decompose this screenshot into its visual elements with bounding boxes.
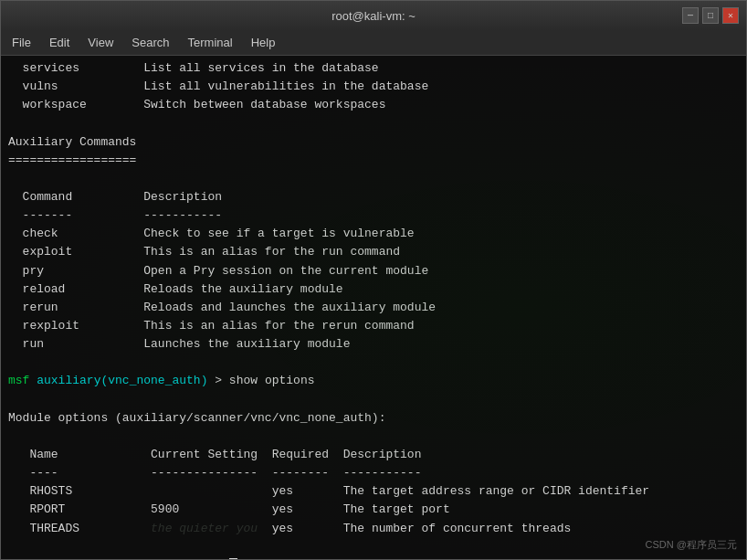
line-rhosts: RHOSTS yes The target address range or C…: [8, 482, 739, 501]
watermark-overlay: the quieter you: [151, 522, 258, 535]
window-controls: ─ □ ✕: [682, 7, 739, 24]
terminal-cursor: [229, 558, 237, 559]
line-blank1: [8, 114, 739, 132]
title-bar: root@kali-vm: ~ ─ □ ✕: [1, 1, 746, 30]
line-services: services List all services in the databa…: [8, 59, 739, 78]
terminal-window: root@kali-vm: ~ ─ □ ✕ File Edit View Sea…: [0, 0, 747, 560]
close-button[interactable]: ✕: [722, 7, 739, 24]
line-exploit: exploit This is an alias for the run com…: [8, 243, 739, 261]
line-blank6: [8, 538, 739, 556]
prompt-msf: msf: [8, 374, 29, 387]
line-blank5: [8, 428, 739, 446]
maximize-button[interactable]: □: [702, 7, 719, 24]
line-module-options: Module options (auxiliary/scanner/vnc/vn…: [8, 409, 739, 428]
line-blank4: [8, 391, 739, 409]
line-table-header: Name Current Setting Required Descriptio…: [8, 446, 739, 464]
menu-terminal[interactable]: Terminal: [181, 34, 240, 51]
line-prompt2: msf auxiliary(vnc_none_auth) >: [8, 556, 739, 559]
line-rexploit: rexploit This is an alias for the rerun …: [8, 317, 739, 335]
menu-view[interactable]: View: [80, 34, 121, 51]
line-prompt1: msf auxiliary(vnc_none_auth) > show opti…: [8, 372, 739, 390]
prompt2-auxiliary: auxiliary: [37, 558, 100, 559]
line-pry: pry Open a Pry session on the current mo…: [8, 262, 739, 280]
csdn-watermark: CSDN @程序员三元: [646, 538, 737, 552]
line-rport: RPORT 5900 yes The target port: [8, 501, 739, 519]
line-workspace: workspace Switch between database worksp…: [8, 96, 739, 114]
prompt2-arrow: >: [207, 558, 228, 559]
line-threads: THREADS the quieter you yes The number o…: [8, 520, 739, 538]
line-check: check Check to see if a target is vulner…: [8, 225, 739, 243]
line-aux-heading: Auxiliary Commands: [8, 133, 739, 152]
menu-bar: File Edit View Search Terminal Help: [1, 30, 746, 56]
line-run: run Launches the auxiliary module: [8, 335, 739, 354]
prompt-module: (vnc_none_auth): [100, 374, 207, 387]
menu-file[interactable]: File: [5, 34, 38, 51]
terminal-body[interactable]: services List all services in the databa…: [1, 56, 746, 559]
line-col-sep: ------- -----------: [8, 206, 739, 225]
menu-edit[interactable]: Edit: [42, 34, 77, 51]
line-reload: reload Reloads the auxiliary module: [8, 280, 739, 299]
line-vulns: vulns List all vulnerabilities in the da…: [8, 78, 739, 96]
prompt-arrow: > show options: [207, 374, 314, 387]
line-blank2: [8, 170, 739, 188]
menu-help[interactable]: Help: [244, 34, 283, 51]
minimize-button[interactable]: ─: [682, 7, 699, 24]
line-table-sep: ---- --------------- -------- ----------…: [8, 464, 739, 482]
line-aux-divider: ==================: [8, 152, 739, 170]
prompt2-module: (vnc_none_auth): [100, 558, 207, 559]
window-title: root@kali-vm: ~: [331, 9, 416, 23]
line-blank3: [8, 354, 739, 372]
line-col-header: Command Description: [8, 188, 739, 206]
prompt2-msf: msf: [8, 558, 29, 559]
prompt-auxiliary: auxiliary: [37, 374, 100, 387]
line-rerun: rerun Reloads and launches the auxiliary…: [8, 299, 739, 317]
menu-search[interactable]: Search: [124, 34, 176, 51]
